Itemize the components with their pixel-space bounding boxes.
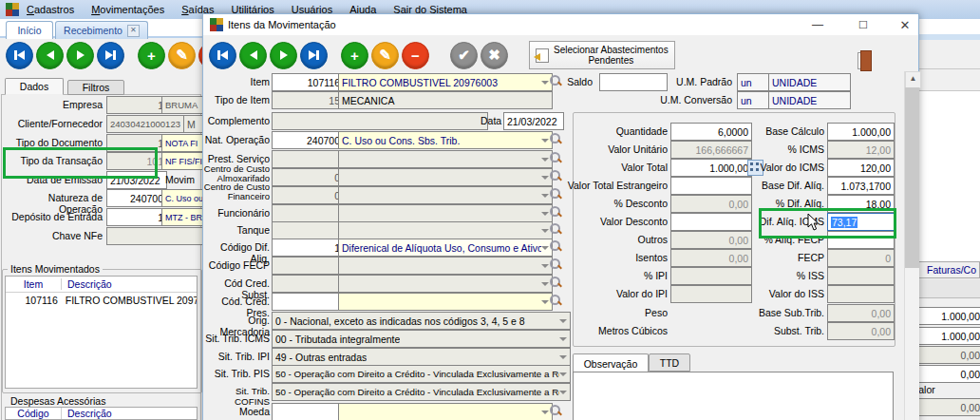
exit-door-icon[interactable] xyxy=(857,50,872,69)
codigo-dif-aliq-code-field[interactable]: 1 xyxy=(272,239,344,257)
dialog-scrollbar[interactable]: ▲ xyxy=(904,71,919,420)
col-descricao[interactable]: Descrição xyxy=(61,278,112,290)
saldo-field[interactable] xyxy=(599,73,668,91)
moeda-desc-field[interactable] xyxy=(338,403,553,420)
nav-first-button[interactable] xyxy=(6,42,33,69)
cod-cred-pres-desc-field[interactable] xyxy=(338,293,553,311)
chevron-down-icon[interactable] xyxy=(559,391,567,394)
dlg-edit-button[interactable]: ✎ xyxy=(371,42,399,69)
item-search-icon[interactable] xyxy=(550,75,562,87)
dlg-cancel-button[interactable]: ✖ xyxy=(481,42,508,69)
dlg-delete-button[interactable]: − xyxy=(402,42,429,69)
dlg-nav-first-button[interactable] xyxy=(209,42,236,69)
nat-operacao-code-field[interactable]: 240700 xyxy=(272,131,344,149)
chevron-down-icon[interactable] xyxy=(541,81,549,85)
tab-ttd[interactable]: TTD xyxy=(649,353,690,372)
chevron-down-icon[interactable] xyxy=(541,212,549,216)
add-button[interactable]: + xyxy=(138,42,165,69)
chevron-down-icon[interactable] xyxy=(559,337,567,341)
valor-icms-field[interactable]: 120,00 xyxy=(827,159,895,177)
nat-operacao-search-icon[interactable] xyxy=(550,133,562,145)
prest-servico-search-icon[interactable] xyxy=(550,152,562,164)
dlg-nav-prev-button[interactable] xyxy=(239,42,267,69)
tab-filtros[interactable]: Filtros xyxy=(67,80,124,95)
natureza-code-field[interactable]: 240700 xyxy=(106,189,167,207)
chevron-down-icon[interactable] xyxy=(541,246,549,250)
item-code-field[interactable]: 107116 xyxy=(272,73,344,91)
cc-almoxarifado-desc-field[interactable] xyxy=(338,168,553,186)
codigo-fecp-search-icon[interactable] xyxy=(550,258,562,271)
cc-financeiro-desc-field[interactable] xyxy=(338,186,553,204)
nat-operacao-desc-field[interactable]: C. Uso ou Cons. Sbs. Trib. xyxy=(338,131,553,149)
faturas-field-3[interactable]: 0,00 xyxy=(917,346,980,364)
close-button[interactable]: ✕ xyxy=(889,14,921,35)
data-field[interactable]: 21/03/2022 xyxy=(503,112,564,130)
tab-inicio[interactable]: Início xyxy=(6,21,53,39)
chevron-down-icon[interactable] xyxy=(559,372,567,376)
moeda-code-field[interactable] xyxy=(272,403,344,420)
tanque-desc-field[interactable] xyxy=(338,221,553,239)
cod-cred-subst-search-icon[interactable] xyxy=(550,277,562,289)
perc-dif-aliq-field[interactable]: 18,00 xyxy=(827,195,895,213)
dialog-titlebar[interactable]: Itens da Movimentação — ☐ ✕ xyxy=(203,14,918,35)
tipo-documento-code-field[interactable]: 1 xyxy=(106,134,167,152)
codigo-fecp-code-field[interactable] xyxy=(272,257,344,275)
cod-cred-pres-search-icon[interactable] xyxy=(550,295,562,307)
observacao-textarea[interactable] xyxy=(573,372,894,420)
orig-mercadoria-combo[interactable]: 0 - Nacional, exceto as indicadas nos có… xyxy=(272,312,571,330)
tab-recebimento[interactable]: Recebimento ✕ xyxy=(55,21,148,39)
complemento-field[interactable] xyxy=(272,112,488,130)
empresa-code-field[interactable]: 1 xyxy=(106,96,167,114)
maximize-button[interactable]: ☐ xyxy=(847,14,879,35)
faturas-field-4[interactable]: 0,00 xyxy=(917,365,980,383)
col-descricao2[interactable]: Descrição xyxy=(61,408,112,419)
sit-trib-pis-combo[interactable]: 50 - Operação com Direito a Crédito - Vi… xyxy=(272,365,571,383)
chevron-down-icon[interactable] xyxy=(541,194,549,198)
moeda-search-icon[interactable] xyxy=(550,405,562,417)
nav-prev-button[interactable] xyxy=(36,42,64,69)
dlg-nav-last-button[interactable] xyxy=(300,42,328,69)
faturas-field-2[interactable]: 1.000,00 xyxy=(917,327,980,345)
item-desc-field[interactable]: FILTRO COMBUSTIVEL 20976003 xyxy=(338,73,553,91)
menu-movimentacoes[interactable]: Movimentações xyxy=(91,4,164,15)
base-dif-aliq-field[interactable]: 1.073,1700 xyxy=(827,177,895,195)
sit-trib-ipi-combo[interactable]: 49 - Outras entradas xyxy=(272,348,571,366)
dlg-confirm-button[interactable]: ✔ xyxy=(450,42,478,69)
codigo-fecp-desc-field[interactable] xyxy=(338,257,553,275)
col-codigo[interactable]: Código xyxy=(6,408,61,419)
perc-aliq-fecp-field[interactable] xyxy=(827,231,895,249)
cod-cred-subst-desc-field[interactable] xyxy=(338,275,553,293)
tab-observacao[interactable]: Observação xyxy=(573,353,649,373)
scrollbar-up-arrow[interactable]: ▲ xyxy=(905,71,921,88)
chave-nfe-field[interactable] xyxy=(106,227,209,245)
chevron-down-icon[interactable] xyxy=(541,158,549,162)
codigo-dif-aliq-desc-field[interactable]: Diferenical de Alíquota Uso, Consumo e A… xyxy=(338,239,553,257)
nav-last-button[interactable] xyxy=(97,42,124,69)
cod-cred-pres-code-field[interactable] xyxy=(272,293,344,311)
col-item[interactable]: Item xyxy=(6,278,61,290)
funcionario-desc-field[interactable] xyxy=(338,204,553,222)
funcionario-search-icon[interactable] xyxy=(550,206,562,219)
data-emissao-field[interactable]: 21/03/2022 xyxy=(106,171,167,189)
scrollbar-thumb[interactable] xyxy=(905,87,919,268)
tanque-search-icon[interactable] xyxy=(550,223,562,236)
sit-trib-icms-combo[interactable]: 00 - Tributada integralmente xyxy=(272,330,571,348)
codigo-dif-aliq-search-icon[interactable] xyxy=(550,240,562,253)
cc-almoxarifado-code-field[interactable]: 0 xyxy=(272,168,344,186)
cliente-code-field[interactable]: 24030421000123 xyxy=(106,115,189,133)
cc-financeiro-code-field[interactable]: 0 xyxy=(272,186,344,204)
minimize-button[interactable]: — xyxy=(801,14,834,35)
chevron-down-icon[interactable] xyxy=(541,264,549,268)
chevron-down-icon[interactable] xyxy=(541,139,549,143)
funcionario-code-field[interactable] xyxy=(272,204,344,222)
cod-cred-subst-code-field[interactable] xyxy=(272,275,344,293)
tab-close-icon[interactable]: ✕ xyxy=(127,25,140,37)
sit-trib-cofins-combo[interactable]: 50 - Operação com Direito a Crédito - Vi… xyxy=(272,383,571,401)
base-calculo-field[interactable]: 1.000,00 xyxy=(827,123,895,141)
selecionar-abastecimentos-button[interactable]: Selecionar Abastecimentos Pendentes xyxy=(529,41,675,69)
chevron-down-icon[interactable] xyxy=(541,282,549,286)
cc-financeiro-search-icon[interactable] xyxy=(550,188,562,200)
prest-servico-code-field[interactable] xyxy=(272,150,344,168)
chevron-down-icon[interactable] xyxy=(541,300,549,304)
chevron-down-icon[interactable] xyxy=(541,410,549,414)
